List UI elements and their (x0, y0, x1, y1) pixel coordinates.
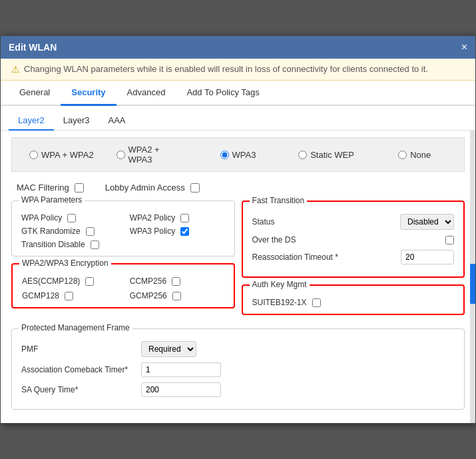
auth-key-title: Auth Key Mgmt (250, 280, 310, 289)
sa-input[interactable] (141, 382, 221, 397)
pmf-label: PMF (21, 344, 141, 354)
sub-tab-aaa[interactable]: AAA (99, 111, 135, 131)
sub-tab-layer3[interactable]: Layer3 (54, 111, 99, 131)
modal-body: WPA + WPA2 WPA2 + WPA3 WPA3 Static WEP N… (1, 131, 475, 423)
pmf-row: PMF Required Optional Disabled (21, 341, 455, 357)
warning-icon: ⚠ (11, 64, 20, 75)
warning-bar: ⚠ Changing WLAN parameters while it is e… (1, 59, 475, 81)
warning-text: Changing WLAN parameters while it is ena… (24, 64, 428, 74)
tab-security[interactable]: Security (61, 81, 116, 106)
encryption-section: WPA2/WPA3 Encryption AES(CCMP128) CCMP25… (11, 263, 235, 308)
mac-filtering-item[interactable]: MAC Filtering (17, 183, 84, 193)
pmf-select[interactable]: Required Optional Disabled (141, 341, 196, 357)
pmf-section-title: Protected Management Frame (19, 323, 132, 332)
suiteb-item[interactable]: SUITEB192-1X (252, 298, 455, 307)
wpa2-policy-checkbox[interactable] (180, 214, 189, 223)
gcmp256-checkbox[interactable] (172, 292, 181, 300)
encryption-section-title: WPA2/WPA3 Encryption (19, 258, 111, 268)
mac-filtering-label: MAC Filtering (17, 183, 69, 193)
edit-wlan-modal: Edit WLAN × ⚠ Changing WLAN parameters w… (0, 35, 476, 424)
security-mode-row: WPA + WPA2 WPA2 + WPA3 WPA3 Static WEP N… (11, 137, 465, 172)
status-label: Status (252, 217, 275, 227)
sa-row: SA Query Time* (21, 382, 455, 397)
gtk-randomize-item[interactable]: GTK Randomize (21, 227, 117, 236)
over-ds-row: Over the DS (252, 235, 455, 244)
fast-transition-title: Fast Transition (250, 196, 308, 205)
main-two-col: WPA Parameters WPA Policy WPA2 Policy (11, 201, 465, 322)
wpa3-policy-item[interactable]: WPA3 Policy (130, 227, 225, 236)
assoc-label: Association Comeback Timer* (21, 365, 141, 374)
over-ds-checkbox[interactable] (445, 236, 454, 244)
transition-disable-item[interactable]: Transition Disable (21, 240, 117, 249)
col-left: WPA Parameters WPA Policy WPA2 Policy (11, 201, 235, 322)
sub-tab-layer2[interactable]: Layer2 (9, 111, 54, 131)
wpa-section-title: WPA Parameters (19, 195, 85, 205)
col-right: Fast Transition Status Disabled Enabled … (242, 201, 465, 322)
content-area: WPA + WPA2 WPA2 + WPA3 WPA3 Static WEP N… (1, 131, 475, 423)
lobby-admin-label: Lobby Admin Access (105, 183, 185, 193)
pmf-grid: PMF Required Optional Disabled Associati… (21, 336, 455, 397)
main-tabs: General Security Advanced Add To Policy … (1, 81, 475, 106)
reassoc-label: Reassociation Timeout * (252, 252, 338, 262)
radio-static-wep[interactable]: Static WEP (282, 147, 371, 163)
radio-wpa-wpa2[interactable]: WPA + WPA2 (17, 147, 106, 163)
tab-policy-tags[interactable]: Add To Policy Tags (176, 81, 270, 106)
assoc-input[interactable] (141, 362, 221, 377)
gcmp128-checkbox[interactable] (65, 292, 73, 300)
sub-tabs: Layer2 Layer3 AAA (1, 106, 475, 131)
transition-disable-checkbox[interactable] (91, 240, 99, 249)
gcmp128-item[interactable]: GCMP128 (22, 291, 117, 300)
mac-filtering-checkbox[interactable] (75, 183, 84, 193)
wpa-policy-checkbox[interactable] (67, 214, 76, 223)
ccmp256-item[interactable]: CCMP256 (130, 276, 224, 286)
reassoc-input[interactable] (401, 250, 454, 264)
auth-key-section: Auth Key Mgmt SUITEB192-1X (242, 284, 465, 315)
lobby-admin-checkbox[interactable] (190, 183, 200, 193)
modal-header: Edit WLAN × (1, 36, 475, 59)
wpa-parameters-section: WPA Parameters WPA Policy WPA2 Policy (11, 201, 235, 256)
modal-title: Edit WLAN (9, 42, 57, 53)
ccmp256-checkbox[interactable] (172, 277, 180, 286)
wpa-policy-item[interactable]: WPA Policy (21, 213, 117, 223)
gtk-randomize-checkbox[interactable] (86, 227, 95, 236)
aes-checkbox[interactable] (85, 277, 94, 286)
aes-item[interactable]: AES(CCMP128) (22, 276, 117, 286)
auth-grid: SUITEB192-1X (252, 292, 455, 307)
reassoc-row: Reassociation Timeout * (252, 250, 455, 264)
scrollbar-thumb (470, 264, 475, 304)
status-select[interactable]: Disabled Enabled Adaptive (400, 214, 454, 230)
radio-wpa2-wpa3[interactable]: WPA2 + WPA3 (106, 142, 194, 167)
wpa-grid: WPA Policy WPA2 Policy GTK Randomize (21, 208, 225, 249)
lobby-admin-item[interactable]: Lobby Admin Access (105, 183, 200, 193)
checkboxes-row: MAC Filtering Lobby Admin Access (11, 180, 465, 195)
tab-general[interactable]: General (9, 81, 61, 106)
scrollbar[interactable] (470, 131, 475, 423)
tab-advanced[interactable]: Advanced (117, 81, 176, 106)
pmf-section: Protected Management Frame PMF Required … (11, 328, 465, 410)
fast-grid: Status Disabled Enabled Adaptive Over th… (252, 209, 455, 264)
wpa2-policy-item[interactable]: WPA2 Policy (130, 213, 225, 223)
close-button[interactable]: × (461, 41, 467, 53)
enc-grid: AES(CCMP128) CCMP256 GCMP128 (22, 271, 224, 300)
status-row: Status Disabled Enabled Adaptive (252, 214, 455, 230)
radio-wpa3[interactable]: WPA3 (194, 147, 282, 163)
suiteb-checkbox[interactable] (312, 298, 321, 307)
assoc-row: Association Comeback Timer* (21, 362, 455, 377)
sa-label: SA Query Time* (21, 385, 141, 394)
fast-transition-section: Fast Transition Status Disabled Enabled … (242, 201, 465, 278)
wpa3-policy-checkbox[interactable] (180, 227, 189, 236)
gcmp256-item[interactable]: GCMP256 (130, 291, 224, 300)
over-ds-label: Over the DS (252, 235, 296, 244)
radio-none[interactable]: None (370, 147, 459, 163)
